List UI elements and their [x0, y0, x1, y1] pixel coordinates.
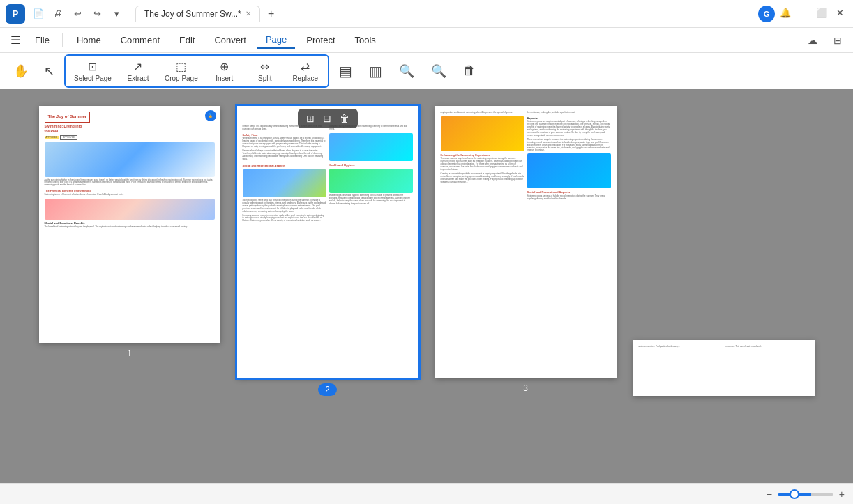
- user-avatar: G: [758, 6, 775, 22]
- delete-toolbar-btn[interactable]: 🗑: [456, 59, 483, 82]
- titlebar: P 📄 🖨 ↩ ↪ ▾ The Joy of Summer Sw...* ✕ +…: [0, 0, 853, 28]
- toolbar: ✋ ↖ ⊡ Select Page ↗ Extract ⬚ Crop Page …: [0, 53, 853, 89]
- cursor-tool-btn[interactable]: ↖: [36, 59, 61, 84]
- menu-separator: [62, 33, 63, 47]
- approved-badge: APPROVED: [60, 135, 77, 139]
- organize-right-btn[interactable]: ▥: [362, 59, 389, 84]
- zoom-in-toolbar-btn[interactable]: 🔍: [424, 59, 453, 83]
- page-wrapper-1: 🏅 The Joy of Summer Swimming: Diving int…: [39, 106, 220, 396]
- page-card-2[interactable]: ⊞ ⊟ 🗑 deeper sleep. This is particularly…: [237, 106, 418, 378]
- page-3-social-text: Swimming pools serve as a hub for social…: [527, 195, 611, 201]
- cloud-save-btn[interactable]: ☁: [803, 31, 822, 50]
- zoom-out-btn[interactable]: −: [767, 489, 772, 500]
- crop-page-label: Crop Page: [165, 75, 198, 82]
- page-card-1[interactable]: 🏅 The Joy of Summer Swimming: Diving int…: [39, 106, 220, 343]
- menu-home[interactable]: Home: [68, 32, 110, 48]
- menu-page[interactable]: Page: [257, 31, 295, 49]
- tab-close-btn[interactable]: ✕: [246, 10, 251, 17]
- page-3-col-left: any impurities and to avoid swimming whe…: [441, 112, 524, 201]
- page-3-content: any impurities and to avoid swimming whe…: [435, 106, 617, 378]
- page-1-img: [45, 142, 215, 177]
- tab-title: The Joy of Summer Sw...*: [144, 9, 241, 19]
- page-card-3[interactable]: any impurities and to avoid swimming whe…: [435, 106, 617, 378]
- collapse-ribbon-btn[interactable]: ⊟: [828, 31, 847, 50]
- menu-file-btn[interactable]: File: [28, 32, 56, 48]
- redo-icon-btn[interactable]: ↪: [89, 6, 105, 22]
- pages-container[interactable]: 🏅 The Joy of Summer Swimming: Diving int…: [0, 89, 853, 483]
- file-icon-btn[interactable]: 📄: [31, 6, 46, 22]
- menu-convert[interactable]: Convert: [206, 32, 255, 48]
- hand-tool-btn[interactable]: ✋: [8, 59, 33, 84]
- dropdown-icon-btn[interactable]: ▾: [109, 6, 124, 22]
- page-floating-toolbar: ⊞ ⊟ 🗑: [298, 109, 358, 128]
- undo-icon-btn[interactable]: ↩: [70, 6, 85, 22]
- menu-protect[interactable]: Protect: [298, 32, 343, 48]
- page-2-content: deeper sleep. This is particularly benef…: [237, 106, 418, 378]
- select-page-label: Select Page: [74, 75, 112, 82]
- menubar: ☰ File Home Comment Edit Convert Page Pr…: [0, 28, 853, 53]
- replace-label: Replace: [292, 75, 318, 82]
- new-tab-btn[interactable]: +: [263, 6, 280, 22]
- page-card-4[interactable]: and communities. Pool parties, barbeques…: [633, 340, 815, 396]
- organize-left-btn[interactable]: ▤: [332, 59, 359, 84]
- bell-btn[interactable]: 🔔: [778, 6, 793, 21]
- page-1-title: The Joy of Summer: [48, 114, 87, 119]
- page-3-aspects-text: Swimming pools are a quintessential part…: [527, 121, 611, 137]
- zoom-slider[interactable]: [778, 493, 833, 496]
- page-1-text-3: The benefits of swimming extend beyond t…: [45, 226, 215, 229]
- page-3-col-right: the ambiance, making the poolside a perf…: [527, 112, 611, 201]
- insert-btn[interactable]: ⊕ Insert: [205, 57, 244, 85]
- page-2-safety-text-2: Parents should always supervise their ch…: [243, 150, 326, 161]
- menu-tools[interactable]: Tools: [347, 32, 384, 48]
- page-3-aspects-text-2: There are various ways to enhance the sw…: [527, 139, 611, 152]
- maximize-window-btn[interactable]: ⬜: [814, 6, 829, 21]
- zoom-out-toolbar-icon: 🔍: [399, 63, 414, 79]
- replace-btn[interactable]: ⇄ Replace: [286, 57, 325, 85]
- page-number-3: 3: [523, 383, 528, 393]
- page-1-content: 🏅 The Joy of Summer Swimming: Diving int…: [39, 106, 220, 343]
- page-1-section-1: The Physical Benefits of Swimming: [45, 189, 215, 193]
- menu-right-actions: ☁ ⊟: [803, 31, 847, 50]
- page-3-right-intro: the ambiance, making the poolside a perf…: [527, 112, 611, 114]
- page-wrapper-4: and communities. Pool parties, barbeques…: [633, 340, 815, 396]
- organize-right-icon: ▥: [369, 63, 382, 79]
- split-label: Split: [258, 75, 271, 82]
- page-number-1: 1: [127, 349, 132, 358]
- extract-label: Extract: [127, 75, 149, 82]
- window-controls: G 🔔 − ⬜ ✕: [758, 6, 847, 22]
- organize-left-icon: ▤: [339, 63, 352, 79]
- page-toolbar-org-left-btn[interactable]: ⊞: [303, 112, 317, 125]
- page-4-text-left: and communities. Pool parties, barbeques…: [639, 346, 723, 349]
- menu-comment[interactable]: Comment: [112, 32, 168, 48]
- page-2-social-text: Swimming pools serve as a hub for social…: [243, 199, 326, 213]
- close-window-btn[interactable]: ✕: [832, 6, 847, 21]
- page-wrapper-2: ⊞ ⊟ 🗑 deeper sleep. This is particularly…: [237, 106, 418, 396]
- titlebar-actions: 📄 🖨 ↩ ↪ ▾: [31, 6, 124, 22]
- page-2-col-right: volleyball, diving, and synchronized swi…: [329, 125, 413, 222]
- page-1-img-2: [45, 199, 215, 220]
- page-2-img-hygiene: [329, 169, 413, 193]
- select-page-icon: ⊡: [88, 60, 97, 73]
- split-btn[interactable]: ⇔ Split: [246, 57, 285, 85]
- page-2-col-left: deeper sleep. This is particularly benef…: [243, 125, 326, 222]
- page-toolbar-delete-btn[interactable]: 🗑: [337, 112, 352, 125]
- menu-hamburger-btn[interactable]: ☰: [6, 31, 25, 50]
- zoom-in-toolbar-icon: 🔍: [431, 63, 446, 79]
- select-page-btn[interactable]: ⊡ Select Page: [68, 57, 117, 85]
- page-3-img-2: [527, 153, 611, 188]
- insert-icon: ⊕: [220, 60, 229, 73]
- split-icon: ⇔: [260, 60, 269, 73]
- collapse-window-btn[interactable]: −: [796, 6, 811, 21]
- bottom-bar: − +: [0, 483, 853, 504]
- page-4-content: and communities. Pool parties, barbeques…: [633, 340, 815, 396]
- page-3-enhance-text-2: Creating a comfortable poolside environm…: [441, 173, 524, 184]
- page-toolbar-org-right-btn[interactable]: ⊟: [320, 112, 334, 125]
- menu-edit[interactable]: Edit: [171, 32, 203, 48]
- zoom-out-toolbar-btn[interactable]: 🔍: [392, 59, 421, 83]
- extract-btn[interactable]: ↗ Extract: [119, 57, 158, 85]
- zoom-in-btn[interactable]: +: [839, 489, 845, 500]
- crop-page-btn[interactable]: ⬚ Crop Page: [159, 57, 204, 85]
- print-icon-btn[interactable]: 🖨: [50, 6, 66, 22]
- active-tab[interactable]: The Joy of Summer Sw...* ✕: [135, 6, 260, 22]
- page-number-2: 2: [318, 383, 337, 396]
